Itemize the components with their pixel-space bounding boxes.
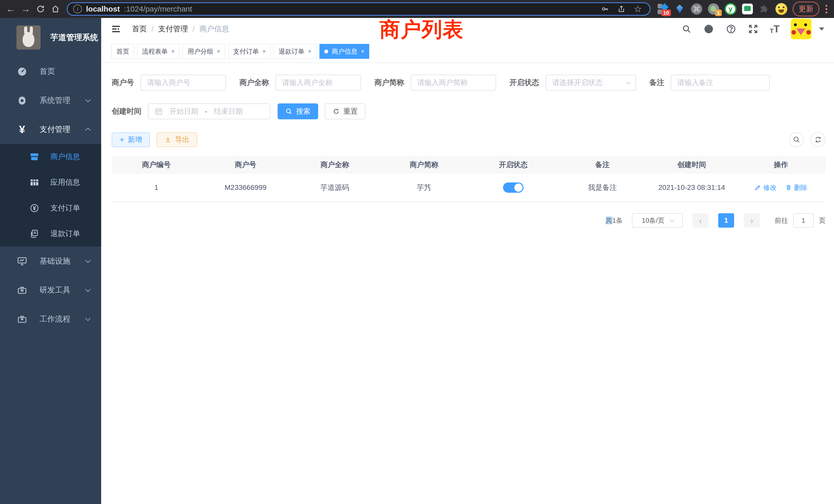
close-icon[interactable]: ×: [361, 48, 364, 55]
refresh-table-button[interactable]: [811, 132, 826, 147]
screen: ← → i localhost :1024/pay/merchant ☆ 10 …: [0, 0, 834, 504]
export-button-label: 导出: [175, 135, 190, 144]
add-button[interactable]: + 新增: [112, 132, 150, 147]
page-size-select[interactable]: 10条/页: [632, 213, 683, 228]
close-icon[interactable]: ×: [171, 48, 175, 55]
tab-home[interactable]: 首页: [111, 44, 134, 59]
cell-actions: 修改 删除: [737, 183, 826, 192]
breadcrumb-home[interactable]: 首页: [132, 24, 147, 34]
avatar-caret-icon[interactable]: [819, 27, 824, 30]
sidebar-submenu-pay: 商户信息 应用信息 支付订单: [0, 144, 101, 247]
sidebar-item-label: 系统管理: [40, 95, 70, 106]
date-range-picker[interactable]: 开始日期 - 结束日期: [148, 104, 270, 119]
browser-home-button[interactable]: [49, 2, 62, 16]
prev-page-button[interactable]: ‹: [693, 213, 708, 228]
remark-input[interactable]: 请输入备注: [671, 75, 770, 91]
remark-label: 备注: [650, 77, 664, 88]
breadcrumb-pay[interactable]: 支付管理: [158, 24, 188, 34]
refresh-icon: [814, 136, 822, 143]
tab-merchant-info[interactable]: 商户信息 ×: [320, 44, 369, 59]
search-button-label: 搜索: [296, 107, 310, 116]
sidebar-item-home[interactable]: 首页: [0, 57, 101, 86]
top-navbar: 首页 / 支付管理 / 商户信息: [101, 18, 834, 40]
extension-gem-icon[interactable]: [674, 3, 686, 15]
filter-row-2: 创建时间 开始日期 - 结束日期 搜索 重置: [112, 104, 834, 119]
browser-back-button[interactable]: ←: [4, 2, 18, 16]
sidebar-item-system[interactable]: 系统管理: [0, 86, 101, 115]
github-icon[interactable]: [703, 23, 714, 35]
breadcrumb: 首页 / 支付管理 / 商户信息: [132, 24, 229, 34]
tab-label: 退款订单: [279, 47, 304, 56]
url-bar[interactable]: i localhost :1024/pay/merchant ☆: [67, 2, 651, 16]
chevron-up-icon: [85, 128, 91, 133]
help-icon[interactable]: [726, 24, 737, 35]
next-page-button[interactable]: ›: [744, 213, 760, 228]
delete-label: 删除: [794, 183, 807, 192]
tab-user-group[interactable]: 用户分组 ×: [182, 44, 225, 59]
short-name-input[interactable]: 请输入商户简称: [411, 75, 496, 91]
merchant-no-input[interactable]: 请输入商户号: [140, 75, 226, 91]
user-avatar[interactable]: [791, 19, 811, 39]
cell-merchant-no: M233666999: [201, 183, 290, 192]
close-icon[interactable]: ×: [308, 48, 311, 55]
full-name-input[interactable]: 请输入商户全称: [276, 75, 361, 91]
share-icon[interactable]: [615, 5, 628, 13]
browser-menu-icon[interactable]: [823, 5, 830, 13]
sidebar-item-merchant-info[interactable]: 商户信息: [0, 144, 101, 169]
sidebar-item-pay-order[interactable]: 支付订单: [0, 195, 101, 221]
sidebar-item-label: 商户信息: [50, 152, 80, 162]
browser-forward-button[interactable]: →: [19, 2, 32, 16]
download-icon: [164, 136, 172, 143]
full-name-label: 商户全称: [239, 77, 269, 88]
table-toolbar: + 新增 导出: [112, 132, 834, 147]
status-toggle[interactable]: [503, 182, 524, 193]
filter-row-1: 商户号 请输入商户号 商户全称 请输入商户全称 商户简称 请输入商户简称 开启状…: [112, 75, 834, 91]
page-1-button[interactable]: 1: [718, 213, 734, 228]
extensions-puzzle-icon[interactable]: [758, 3, 771, 15]
site-info-icon[interactable]: i: [73, 5, 82, 13]
cell-remark: 我是备注: [558, 183, 647, 192]
export-button[interactable]: 导出: [157, 132, 197, 147]
extension-y-icon[interactable]: y: [724, 3, 737, 15]
sidebar-item-pay[interactable]: ¥ 支付管理: [0, 115, 101, 144]
bookmark-star-icon[interactable]: ☆: [632, 4, 644, 14]
close-icon[interactable]: ×: [262, 48, 266, 55]
password-key-icon[interactable]: [599, 5, 611, 13]
edit-link[interactable]: 修改: [754, 183, 776, 192]
sidebar-item-workflow[interactable]: 工作流程: [0, 305, 101, 334]
cell-short-name: 芋艿: [379, 183, 469, 192]
sidebar-item-devtools[interactable]: 研发工具: [0, 276, 101, 305]
goto-page-input[interactable]: 1: [793, 213, 814, 228]
extension-tabs-icon[interactable]: 10: [657, 3, 669, 15]
sidebar-logo[interactable]: 芋道管理系统: [0, 18, 101, 57]
status-select[interactable]: 请选择开启状态: [546, 75, 636, 91]
tab-pay-order[interactable]: 支付订单 ×: [228, 44, 271, 59]
close-icon[interactable]: ×: [217, 48, 220, 55]
delete-link[interactable]: 删除: [785, 183, 807, 192]
tab-process-form[interactable]: 流程表单 ×: [137, 44, 179, 59]
extension-recorder-icon[interactable]: 1: [707, 3, 720, 15]
browser-update-button[interactable]: 更新: [793, 2, 819, 17]
url-host: localhost: [86, 5, 120, 13]
placeholder-text: 请输入商户全称: [282, 78, 332, 88]
column-header: 开启状态: [468, 160, 558, 169]
browser-reload-button[interactable]: [34, 2, 47, 16]
chevron-down-icon: [85, 97, 91, 102]
app-title: 芋道管理系统: [50, 32, 98, 43]
fullscreen-icon[interactable]: [748, 24, 759, 35]
sidebar-item-infra[interactable]: 基础设施: [0, 247, 101, 276]
extension-chat-icon[interactable]: [741, 3, 754, 15]
profile-avatar-icon[interactable]: [775, 3, 788, 15]
navbar-actions: TT: [681, 19, 824, 39]
reset-button[interactable]: 重置: [325, 104, 366, 119]
sidebar-fold-icon[interactable]: [111, 24, 121, 34]
extension-command-icon[interactable]: ⌘: [690, 3, 703, 15]
gear-icon: [17, 95, 28, 106]
search-button[interactable]: 搜索: [278, 104, 318, 119]
font-size-icon[interactable]: TT: [770, 24, 780, 35]
search-icon[interactable]: [681, 24, 692, 34]
sidebar-item-refund-order[interactable]: 退款订单: [0, 221, 101, 247]
toggle-search-button[interactable]: [789, 132, 804, 147]
sidebar-item-app-info[interactable]: 应用信息: [0, 169, 101, 195]
tab-refund-order[interactable]: 退款订单 ×: [274, 44, 316, 59]
